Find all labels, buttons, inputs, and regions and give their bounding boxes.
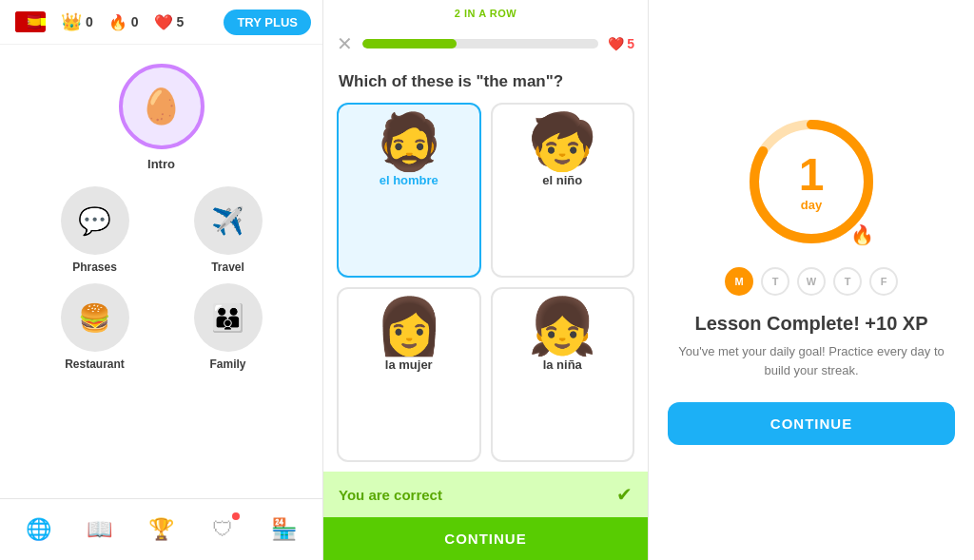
- home-icon: 🌐: [26, 517, 51, 542]
- family-circle: 👪: [194, 283, 263, 352]
- answer-el-nino-label: el niño: [542, 173, 582, 187]
- crown-stat: 👑 0: [61, 11, 93, 32]
- complete-title: Lesson Complete! +10 XP: [694, 313, 927, 335]
- panel1-footer: 🌐 📖 🏆 🛡 🏪: [0, 498, 322, 560]
- shop-icon: 🏪: [271, 517, 297, 542]
- hearts-stat: ❤️ 5: [154, 13, 185, 31]
- course-map-panel: 🇪🇸 👑 0 🔥 0 ❤️ 5 TRY PLUS 🥚 Intro 💬 Phras…: [0, 0, 323, 560]
- answer-la-nina[interactable]: 👧 la niña: [491, 287, 635, 462]
- streak-number: 1: [799, 152, 825, 198]
- book-icon: 📖: [87, 517, 112, 542]
- answer-el-hombre-label: el hombre: [380, 173, 438, 187]
- day-friday: F: [869, 267, 898, 296]
- quiz-continue-button[interactable]: CONTINUE: [323, 517, 648, 560]
- day-thursday: T: [833, 267, 862, 296]
- travel-icon: ✈️: [211, 205, 244, 237]
- answer-la-mujer[interactable]: 👩 la mujer: [337, 287, 481, 462]
- lesson-complete-panel: 1 day 🔥 M T W T F Lesson Complete! +10 X…: [649, 0, 974, 560]
- fire-stat: 🔥 0: [108, 13, 139, 31]
- feedback-check-icon: ✔: [616, 483, 633, 506]
- fire-count: 0: [131, 14, 139, 29]
- phrases-label: Phrases: [72, 261, 117, 274]
- progress-fill: [362, 39, 457, 48]
- fire-icon: 🔥: [108, 13, 127, 31]
- footer-trophy[interactable]: 🏆: [140, 509, 182, 550]
- restaurant-label: Restaurant: [65, 357, 125, 371]
- heart-icon-quiz: ❤️: [608, 36, 624, 51]
- notification-dot: [232, 512, 240, 520]
- locked-item-family[interactable]: 👪 Family: [171, 283, 285, 371]
- day-monday: M: [725, 267, 753, 296]
- family-icon: 👪: [211, 302, 244, 334]
- in-a-row-label: 2 IN A ROW: [323, 8, 648, 19]
- streak-center-content: 1 day: [799, 152, 825, 212]
- crown-icon: 👑: [61, 11, 82, 32]
- streak-unit: day: [801, 198, 822, 212]
- answer-boy-avatar: 🧒: [528, 114, 596, 169]
- feedback-text: You are correct: [339, 487, 442, 503]
- intro-icon: 🥚: [140, 87, 183, 126]
- footer-home[interactable]: 🌐: [17, 509, 59, 550]
- intro-lesson[interactable]: 🥚: [119, 64, 205, 149]
- quiz-header: ✕ ❤️ 5: [323, 21, 648, 67]
- day-wednesday: W: [797, 267, 826, 296]
- panel1-header: 🇪🇸 👑 0 🔥 0 ❤️ 5 TRY PLUS: [0, 0, 322, 45]
- hearts-count: 5: [177, 14, 185, 29]
- complete-subtitle: You've met your daily goal! Practice eve…: [668, 342, 955, 379]
- intro-label: Intro: [147, 157, 175, 171]
- answer-woman-avatar: 👩: [375, 299, 443, 354]
- hearts-display: ❤️ 5: [608, 36, 634, 51]
- day-tuesday: T: [761, 267, 789, 296]
- footer-shop[interactable]: 🏪: [263, 509, 305, 550]
- progress-bar: [362, 39, 598, 48]
- streak-ring: 1 day 🔥: [745, 115, 878, 248]
- trophy-icon: 🏆: [148, 517, 174, 542]
- answer-el-nino[interactable]: 🧒 el niño: [491, 103, 635, 278]
- answer-el-hombre[interactable]: 🧔 el hombre: [337, 103, 481, 278]
- shield-icon: 🛡: [212, 517, 233, 542]
- quiz-question: Which of these is "the man"?: [323, 67, 648, 103]
- close-button[interactable]: ✕: [337, 32, 353, 55]
- footer-shield[interactable]: 🛡: [202, 509, 244, 550]
- days-row: M T W T F: [725, 267, 898, 296]
- answer-la-nina-label: la niña: [543, 357, 582, 372]
- family-label: Family: [209, 357, 245, 371]
- answer-grid: 🧔 el hombre 🧒 el niño 👩 la mujer 👧 la ni…: [323, 103, 648, 462]
- locked-lessons-grid: 💬 Phrases ✈️ Travel 🍔 Restaurant 👪: [38, 186, 285, 371]
- locked-item-restaurant[interactable]: 🍔 Restaurant: [38, 283, 152, 371]
- phrases-circle: 💬: [61, 186, 129, 255]
- locked-item-travel[interactable]: ✈️ Travel: [171, 186, 285, 274]
- phrases-icon: 💬: [78, 205, 111, 237]
- flag-icon: 🇪🇸: [15, 11, 46, 32]
- quiz-panel: 2 IN A ROW ✕ ❤️ 5 Which of these is "the…: [323, 0, 649, 560]
- answer-man-avatar: 🧔: [375, 114, 443, 169]
- restaurant-circle: 🍔: [61, 283, 129, 352]
- quiz-feedback: You are correct ✔: [323, 472, 648, 517]
- locked-item-phrases[interactable]: 💬 Phrases: [38, 186, 152, 274]
- panel1-content: 🥚 Intro 💬 Phrases ✈️ Travel 🍔 Restauran: [0, 45, 322, 498]
- heart-icon: ❤️: [154, 13, 173, 31]
- hearts-count-quiz: 5: [627, 36, 634, 51]
- travel-circle: ✈️: [194, 186, 263, 255]
- travel-label: Travel: [211, 261, 244, 274]
- try-plus-button[interactable]: TRY PLUS: [224, 10, 311, 35]
- footer-book[interactable]: 📖: [79, 509, 121, 550]
- restaurant-icon: 🍔: [78, 302, 111, 334]
- answer-girl-avatar: 👧: [528, 299, 596, 354]
- crown-count: 0: [86, 14, 93, 29]
- complete-continue-button[interactable]: CONTINUE: [668, 402, 955, 445]
- answer-la-mujer-label: la mujer: [385, 357, 433, 372]
- fire-drop-icon: 🔥: [850, 223, 874, 246]
